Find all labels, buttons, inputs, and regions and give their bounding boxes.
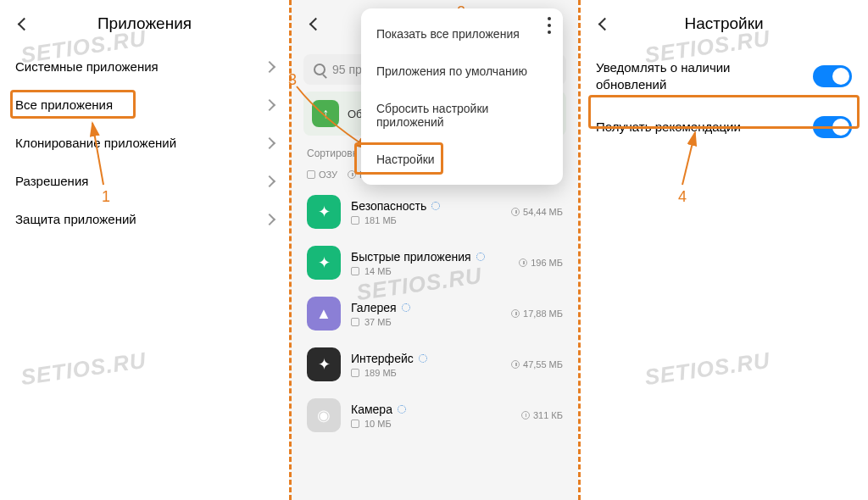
list-item-permissions[interactable]: Разрешения (0, 162, 289, 200)
list-item-protection[interactable]: Защита приложений (0, 200, 289, 238)
app-name: Камера (351, 403, 511, 416)
overflow-menu: Показать все приложения Приложения по ум… (361, 8, 563, 185)
annotation-number-1: 1 (102, 188, 110, 206)
app-row[interactable]: ✦ Безопасность 181 МБ 54,44 МБ (292, 186, 578, 237)
clock-icon (348, 170, 356, 179)
app-size: 37 МБ (351, 317, 501, 327)
header: Приложения (0, 0, 289, 47)
app-row[interactable]: ▲ Галерея 37 МБ 17,88 МБ (292, 288, 578, 339)
menu-reset-prefs[interactable]: Сбросить настройки приложений (361, 90, 563, 141)
app-size: 14 МБ (351, 266, 509, 276)
app-memory: 196 МБ (519, 258, 563, 268)
search-placeholder: 95 пр (332, 63, 362, 76)
app-icon: ✦ (307, 195, 341, 229)
spinner-icon (476, 253, 485, 261)
app-row[interactable]: ◉ Камера 10 МБ 311 КБ (292, 390, 578, 441)
more-icon[interactable] (548, 17, 551, 34)
app-row[interactable]: ✦ Быстрые приложения 14 МБ 196 МБ (292, 237, 578, 288)
app-memory: 311 КБ (521, 410, 563, 420)
toggle-recommendations[interactable] (813, 116, 852, 138)
menu-show-all[interactable]: Показать все приложения (361, 15, 563, 53)
chevron-right-icon (265, 177, 274, 186)
app-size: 189 МБ (351, 368, 501, 378)
screen-settings: Настройки Уведомлять о наличии обновлени… (578, 0, 867, 500)
app-icon: ✦ (307, 246, 341, 280)
app-icon: ◉ (307, 398, 341, 432)
list-item-label: Все приложения (15, 97, 113, 112)
list-item-label: Системные приложения (15, 59, 159, 74)
setting-recommendations: Получать рекомендации (581, 104, 867, 150)
chevron-left-icon (19, 19, 29, 29)
search-icon (314, 64, 326, 75)
spinner-icon (402, 303, 410, 312)
setting-label: Получать рекомендации (596, 119, 741, 136)
annotation-number-4: 4 (678, 188, 687, 206)
chevron-right-icon (265, 101, 274, 109)
gear-icon (307, 170, 315, 179)
update-icon: ↑ (312, 100, 339, 127)
app-size: 10 МБ (351, 419, 511, 429)
screen-app-list: 95 пр ↑ Обновлени Сортировк ОЗУ Память З… (289, 0, 578, 500)
list-item-label: Защита приложений (15, 212, 136, 226)
chevron-right-icon (265, 139, 274, 147)
chevron-left-icon (311, 19, 320, 29)
setting-notify-updates: Уведомлять о наличии обновлений (581, 47, 867, 104)
list-item-system-apps[interactable]: Системные приложения (0, 47, 289, 86)
app-icon: ▲ (307, 297, 341, 331)
app-size: 181 МБ (351, 215, 501, 225)
app-memory: 17,88 МБ (511, 308, 563, 319)
menu-default-apps[interactable]: Приложения по умолчанию (361, 53, 563, 90)
annotation-number-3: 3 (288, 71, 297, 89)
toggle-notify-updates[interactable] (813, 65, 852, 87)
app-row[interactable]: ✦ Интерфейс 189 МБ 47,55 МБ (292, 339, 578, 390)
filter-ram[interactable]: ОЗУ (307, 169, 337, 180)
page-title: Настройки (581, 14, 867, 33)
setting-label: Уведомлять о наличии обновлений (596, 59, 774, 92)
app-name: Интерфейс (351, 352, 501, 365)
chevron-right-icon (265, 63, 274, 71)
list-item-all-apps[interactable]: Все приложения (0, 86, 289, 124)
screen-apps: Приложения Системные приложения Все прил… (0, 0, 289, 500)
app-memory: 47,55 МБ (511, 359, 563, 369)
spinner-icon (398, 405, 406, 414)
app-name: Безопасность (351, 199, 501, 213)
app-name: Галерея (351, 301, 501, 314)
chevron-left-icon (600, 19, 609, 29)
back-button[interactable] (14, 14, 34, 34)
chevron-right-icon (265, 215, 274, 224)
app-memory: 54,44 МБ (511, 207, 563, 217)
spinner-icon (419, 354, 427, 363)
back-button[interactable] (305, 14, 326, 34)
app-name: Быстрые приложения (351, 250, 509, 264)
back-button[interactable] (594, 14, 615, 34)
app-icon: ✦ (307, 347, 341, 381)
spinner-icon (431, 202, 440, 210)
page-title: Приложения (0, 14, 289, 33)
list-item-label: Разрешения (15, 174, 88, 188)
list-item-label: Клонирование приложений (15, 136, 176, 150)
list-item-clone-apps[interactable]: Клонирование приложений (0, 124, 289, 162)
menu-settings[interactable]: Настройки (361, 141, 563, 178)
header: Настройки (581, 0, 867, 47)
